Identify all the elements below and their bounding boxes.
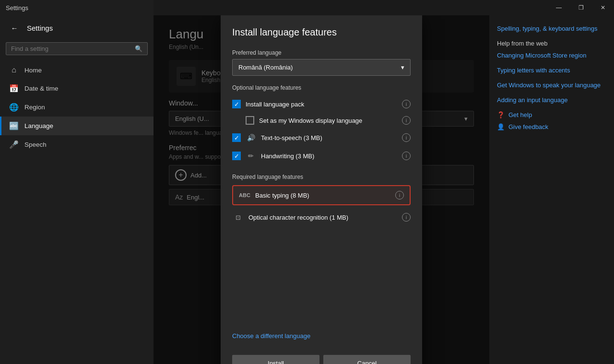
feature-label: Text-to-speech (3 MB) <box>261 134 397 141</box>
sidebar-item-region[interactable]: 🌐 Region <box>0 98 154 117</box>
pen-icon: ✏ <box>246 151 256 161</box>
sidebar-item-language[interactable]: 🔤 Language <box>0 117 154 135</box>
modal-footer: Install Cancel <box>221 347 422 364</box>
help-link-1[interactable]: Changing Microsoft Store region <box>497 52 606 59</box>
feature-row-lang-pack: ✓ Install language pack i <box>232 96 411 112</box>
microphone-icon: 🎤 <box>9 140 19 149</box>
help-link-3[interactable]: Get Windows to speak your language <box>497 82 606 89</box>
search-input[interactable] <box>11 45 131 52</box>
get-help-label: Get help <box>508 111 532 118</box>
spelling-typing-link[interactable]: Spelling, typing, & keyboard settings <box>497 25 606 32</box>
optional-section-label: Optional language features <box>232 84 411 91</box>
sidebar-item-label: Speech <box>24 141 47 148</box>
feature-label: Install language pack <box>246 101 397 108</box>
close-button[interactable]: ✕ <box>592 0 614 15</box>
sidebar-title: Settings <box>27 24 53 32</box>
sidebar-item-label: Home <box>24 67 42 74</box>
window-controls: — ❐ ✕ <box>548 0 614 15</box>
sidebar-item-speech[interactable]: 🎤 Speech <box>0 135 154 154</box>
speaker-icon: 🔊 <box>246 132 256 143</box>
feature-label: Handwriting (3 MB) <box>261 153 397 160</box>
minimize-button[interactable]: — <box>548 0 570 15</box>
choose-different-language-link[interactable]: Choose a different language <box>221 332 422 340</box>
sidebar-item-date-time[interactable]: 📅 Date & time <box>0 79 154 98</box>
feedback-icon: 👤 <box>497 123 505 130</box>
titlebar: Settings <box>0 0 154 15</box>
sidebar-header: ← Settings <box>0 15 154 40</box>
search-box[interactable]: 🔍 <box>6 42 148 55</box>
calendar-icon: 📅 <box>9 84 19 93</box>
ocr-row: ⊡ Optical character recognition (1 MB) i <box>232 209 411 225</box>
help-from-web-title: Help from the web <box>497 40 606 47</box>
window-title: Settings <box>6 4 28 12</box>
checkmark-icon: ✓ <box>234 135 239 141</box>
install-button[interactable]: Install <box>232 355 319 364</box>
install-language-modal: Install language features Preferred lang… <box>221 15 422 364</box>
preferred-lang-label: Preferred language <box>232 49 411 56</box>
feature-row-handwriting: ✓ ✏ Handwriting (3 MB) i <box>232 147 411 165</box>
sidebar-item-home[interactable]: ⌂ Home <box>0 61 154 79</box>
info-icon[interactable]: i <box>402 116 411 125</box>
chevron-down-icon: ▾ <box>401 64 404 71</box>
info-icon[interactable]: i <box>395 191 404 200</box>
modal-overlay: Install language features Preferred lang… <box>154 15 489 364</box>
handwriting-checkbox[interactable]: ✓ <box>232 152 241 160</box>
feature-row-tts: ✓ 🔊 Text-to-speech (3 MB) i <box>232 129 411 147</box>
give-feedback-row[interactable]: 👤 Give feedback <box>497 123 606 130</box>
required-section-label: Required language features <box>232 174 411 180</box>
modal-body: Preferred language Română (România) ▾ Op… <box>221 42 422 325</box>
preferred-lang-dropdown[interactable]: Română (România) ▾ <box>232 59 411 76</box>
language-icon: 🔤 <box>9 121 19 130</box>
cancel-button[interactable]: Cancel <box>323 355 411 364</box>
back-button[interactable]: ← <box>8 21 21 35</box>
give-feedback-label: Give feedback <box>508 123 548 130</box>
home-icon: ⌂ <box>9 66 19 74</box>
question-icon: ❓ <box>497 111 505 118</box>
help-link-2[interactable]: Typing letters with accents <box>497 67 606 74</box>
feature-label: Basic typing (8 MB) <box>255 192 390 199</box>
info-icon[interactable]: i <box>402 133 411 142</box>
get-help-row[interactable]: ❓ Get help <box>497 111 606 118</box>
search-icon: 🔍 <box>135 45 142 52</box>
tts-checkbox[interactable]: ✓ <box>232 133 241 142</box>
main-content: Langu English (Un... ⌨ Keyboard English … <box>154 15 489 364</box>
lang-pack-checkbox[interactable]: ✓ <box>232 100 241 108</box>
sidebar: ← Settings 🔍 ⌂ Home 📅 Date & time 🌐 Regi… <box>0 0 154 364</box>
basic-typing-row: ABC Basic typing (8 MB) i <box>232 185 411 205</box>
display-lang-checkbox[interactable] <box>246 116 254 125</box>
ocr-icon: ⊡ <box>232 214 244 221</box>
right-panel: Spelling, typing, & keyboard settings He… <box>489 15 614 364</box>
globe-icon: 🌐 <box>9 103 19 112</box>
sidebar-item-label: Date & time <box>24 85 59 92</box>
info-icon[interactable]: i <box>402 100 411 108</box>
help-link-4[interactable]: Adding an input language <box>497 96 606 104</box>
abc-icon: ABC <box>239 192 250 198</box>
preferred-lang-value: Română (România) <box>238 64 293 71</box>
info-icon[interactable]: i <box>402 213 411 222</box>
checkmark-icon: ✓ <box>234 153 239 159</box>
sidebar-item-label: Region <box>24 104 45 111</box>
info-icon[interactable]: i <box>402 152 411 160</box>
back-icon: ← <box>11 24 18 32</box>
maximize-button[interactable]: ❐ <box>570 0 592 15</box>
checkmark-icon: ✓ <box>234 101 239 107</box>
feature-row-display-lang: Set as my Windows display language i <box>232 112 411 129</box>
modal-title: Install language features <box>221 15 422 42</box>
feature-label: Set as my Windows display language <box>259 117 397 124</box>
sidebar-item-label: Language <box>24 122 53 129</box>
feature-label: Optical character recognition (1 MB) <box>248 214 397 221</box>
